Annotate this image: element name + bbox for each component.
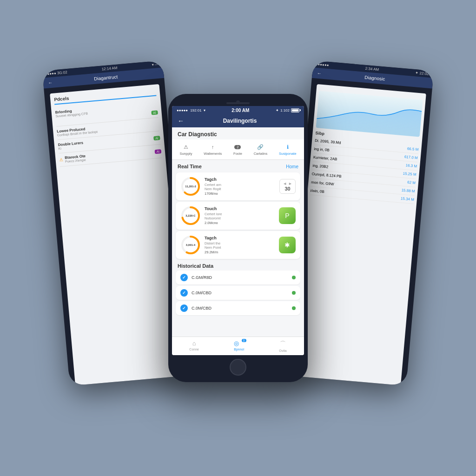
hist-label-1: C.0M/CBD	[192, 291, 288, 295]
gauge-3-action-icon: ✱	[284, 241, 290, 249]
gauge-3-action[interactable]: ✱	[279, 237, 296, 253]
hist-label-0: C.GM/R8D	[192, 275, 288, 280]
right-phone: ●●●●● 2:34 AM ✦ 22:02 ← Diagnosic	[286, 60, 434, 386]
tab-cartalins[interactable]: 🔗 Cartalins	[252, 142, 270, 157]
gauge-2-action[interactable]: P	[279, 207, 296, 224]
status-time: 2:00 AM	[231, 108, 249, 113]
historical-item-0: ✓ C.GM/R8D	[176, 271, 300, 284]
historical-section: Historical Data ✓ C.GM/R8D ✓ C.0M/CBD ✓ …	[172, 260, 304, 319]
gauge-3: 3,001-4	[180, 235, 201, 255]
check-icon-1: ✓	[180, 289, 188, 297]
battery-fill	[292, 109, 298, 112]
gauge-2-info: Touch Certert lore Nutsoromt 2.0Mcno	[205, 206, 275, 225]
tab-cartalins-icon: 🔗	[257, 143, 264, 151]
tab-susiponate-icon: ℹ	[284, 143, 291, 151]
historical-items: ✓ C.GM/R8D ✓ C.0M/CBD ✓ C.0M/CBD	[176, 271, 300, 315]
historical-item-1: ✓ C.0M/CBD	[176, 286, 300, 300]
right-phone-screen: Sibp Di. 2095, 39.Md 66.5 M ing in, 0B 6…	[291, 84, 426, 386]
battery-icon	[291, 108, 299, 112]
bottom-nav-ovita[interactable]: ⌒ Ovita	[275, 339, 290, 353]
status-right: ✦ 1:102	[276, 108, 299, 112]
gauge-2-action-icon: P	[285, 212, 289, 219]
historical-item-2: ✓ C.0M/CBD	[176, 301, 300, 315]
check-icon-2: ✓	[180, 304, 188, 312]
bottom-nav-badge: 0	[242, 339, 246, 342]
hist-dot-1	[292, 291, 296, 295]
bottom-nav-bpnnol[interactable]: ◎ 0 Bpnnol	[230, 339, 248, 353]
tab-sunpply[interactable]: ⚠ Sunpply	[178, 142, 194, 157]
camera	[236, 100, 240, 104]
main-phone-bottom	[168, 355, 308, 382]
check-icon-0: ✓	[180, 274, 188, 281]
signal-indicators: ●●●●● 192:01 ▾	[177, 108, 205, 112]
status-bar: ●●●●● 192:01 ▾ 2:00 AM ✦ 1:102	[172, 106, 304, 114]
hist-dot-2	[292, 306, 296, 310]
bottom-nav-bpnnol-icon: ◎	[234, 340, 239, 347]
gauge-1: 11,201-2	[180, 176, 201, 197]
tab-foole-icon: 2	[234, 143, 241, 151]
tab-sunpply-icon: ⚠	[182, 143, 190, 151]
historical-title: Historical Data	[176, 263, 300, 269]
nav-title: Davilingortis	[188, 118, 292, 124]
realtime-label: Real Time	[178, 164, 202, 169]
tab-wallements-icon: ↑	[209, 143, 217, 151]
right-phone-chart	[316, 91, 423, 137]
tabs-row: ⚠ Sunpply ↑ Wallements 2 Foole 🔗 Cartali…	[172, 139, 304, 160]
bottom-nav: ⌂ Conne ◎ 0 Bpnnol ⌒ Ovita	[172, 337, 304, 355]
back-button[interactable]: ←	[178, 117, 184, 125]
gauge-1-nav[interactable]: ◄ ► 30	[279, 179, 296, 194]
left-phone-content: Pdcels Brlording Suvewt obngging CFB Al …	[50, 84, 166, 171]
realtime-row: Real Time Home	[172, 162, 304, 171]
section-title: Car Diagnostic	[172, 127, 304, 139]
gauge-2: 3,220-C	[180, 205, 201, 226]
hist-label-2: C.0M/CBD	[192, 306, 288, 311]
gauge-card-2: 3,220-C Touch Certert lore Nutsoromt 2.0…	[176, 202, 300, 230]
gauge-card-3: 3,001-4 Tagch Distert the Nern Point 29.…	[176, 231, 300, 259]
realtime-link[interactable]: Home	[286, 164, 298, 169]
bottom-nav-ovita-icon: ⌒	[280, 340, 286, 348]
bottom-nav-conne[interactable]: ⌂ Conne	[185, 339, 203, 353]
main-phone-top	[168, 94, 308, 106]
main-home-button[interactable]	[230, 359, 246, 376]
gauge-3-info: Tagch Distert the Nern Point 29.2M/m	[205, 236, 275, 254]
hist-dot-0	[292, 276, 296, 279]
gauge-card-1: 11,201-2 Tagch Certert arn Nem Roplt 170…	[176, 172, 300, 200]
tab-foole[interactable]: 2 Foole	[231, 142, 244, 157]
tab-susiponate[interactable]: ℹ Susiponate	[277, 142, 298, 157]
tab-wallements[interactable]: ↑ Wallements	[202, 142, 224, 157]
main-phone-screen: ●●●●● 192:01 ▾ 2:00 AM ✦ 1:102 ← Davilin…	[172, 106, 304, 355]
main-phone: ●●●●● 192:01 ▾ 2:00 AM ✦ 1:102 ← Davilin…	[168, 94, 308, 382]
nav-bar: ← Davilingortis	[172, 114, 304, 127]
screen-content[interactable]: Car Diagnostic ⚠ Sunpply ↑ Wallements 2 …	[172, 127, 304, 337]
gauge-1-info: Tagch Certert arn Nem Roplt 170flt/no	[205, 177, 276, 196]
right-phone-rows: Di. 2095, 39.Md 66.5 M ing in, 0B 617.0 …	[310, 137, 419, 204]
bottom-nav-conne-icon: ⌂	[192, 340, 196, 347]
left-phone-screen: Pdcels Brlording Suvewt obngging CFB Al …	[50, 84, 185, 386]
